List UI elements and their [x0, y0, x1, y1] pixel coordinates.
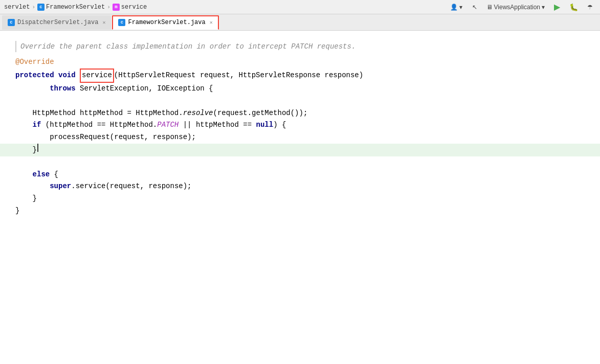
top-navigation-bar: servlet › c FrameworkServlet › m service…: [0, 0, 600, 14]
httpmethod-ref-1: HttpMethod: [110, 119, 153, 131]
debug-button[interactable]: 🐛: [566, 2, 581, 12]
app-selector[interactable]: 🖥 ViewsApplication ▾: [483, 3, 548, 12]
tab-label-framework: FrameworkServlet.java: [128, 19, 205, 26]
httpmethod-line: HttpMethod httpMethod = HttpMethod . res…: [15, 107, 585, 120]
super-service-method: service: [76, 180, 106, 193]
app-icon: 🖥: [486, 4, 493, 11]
app-name: ViewsApplication: [494, 4, 541, 11]
close-method-line: }: [15, 205, 585, 217]
back-button[interactable]: ↖: [469, 3, 480, 12]
process-request-line: processRequest(request, response);: [15, 131, 585, 144]
keyword-if: if: [33, 119, 41, 131]
blank-line-1: [15, 95, 585, 107]
keyword-else: else: [33, 169, 50, 181]
breadcrumb-service-label: service: [121, 4, 147, 11]
run-button[interactable]: ▶: [551, 1, 563, 13]
tab-close-framework[interactable]: ✕: [210, 19, 213, 26]
type-httpservletrequest: HttpServletRequest: [118, 70, 195, 82]
override-annotation: @Override: [15, 56, 54, 69]
comment-line: Override the parent class implementation…: [15, 41, 585, 52]
tab-close-dispatcher[interactable]: ✕: [102, 19, 105, 26]
type-httpservletresponse: HttpServletResponse: [239, 70, 321, 82]
blank-line-2: [15, 156, 585, 169]
throws-line: throws ServletException, IOException {: [15, 83, 585, 95]
breadcrumb-servlet[interactable]: servlet: [4, 4, 30, 11]
method-signature-line: protected void service ( HttpServletRequ…: [15, 69, 585, 83]
code-content: Override the parent class implementation…: [0, 31, 600, 228]
nav-actions: 👤 ▾ ↖ 🖥 ViewsApplication ▾ ▶ 🐛 ☂: [447, 1, 596, 13]
tab-dispatcherservlet[interactable]: c DispatcherServlet.java ✕: [2, 15, 111, 30]
coverage-button[interactable]: ☂: [584, 3, 596, 12]
breadcrumb-sep-2: ›: [107, 4, 110, 10]
if-line: if (httpMethod == HttpMethod . PATCH || …: [15, 119, 585, 131]
resolve-method: resolve: [183, 107, 213, 120]
tab-icon-framework: c: [118, 19, 125, 26]
type-httpmethod-2: HttpMethod: [136, 107, 179, 120]
breadcrumb: servlet › c FrameworkServlet › m service: [4, 4, 447, 11]
class-icon-c: c: [37, 4, 45, 11]
breadcrumb-sep-1: ›: [32, 4, 35, 10]
close-else-line: }: [15, 193, 585, 205]
keyword-void: void: [58, 70, 76, 82]
keyword-protected: protected: [15, 70, 54, 82]
tab-icon-dispatcher: c: [8, 19, 15, 26]
keyword-super: super: [50, 180, 71, 193]
else-line: else {: [15, 169, 585, 181]
breadcrumb-frameworkservlet-label: FrameworkServlet: [46, 4, 105, 11]
debug-icon: 🐛: [569, 3, 578, 11]
run-icon: ▶: [554, 2, 560, 12]
annotation-line: @Override: [15, 56, 585, 69]
editor-area: Override the parent class implementation…: [0, 31, 600, 364]
keyword-throws: throws: [50, 83, 75, 95]
breadcrumb-service[interactable]: m service: [113, 4, 147, 11]
back-icon: ↖: [472, 4, 477, 11]
cursor: [37, 144, 38, 152]
profile-button[interactable]: 👤 ▾: [447, 3, 465, 12]
comment-text: Override the parent class implementation…: [20, 42, 355, 51]
breadcrumb-frameworkservlet[interactable]: c FrameworkServlet: [37, 4, 105, 11]
dropdown-icon: ▾: [542, 4, 545, 11]
close-if-line-highlighted: }: [0, 144, 600, 156]
service-method-highlighted: service: [80, 69, 114, 83]
tab-bar: c DispatcherServlet.java ✕ c FrameworkSe…: [0, 14, 600, 31]
keyword-null: null: [256, 119, 274, 131]
patch-constant: PATCH: [157, 119, 179, 131]
type-httpmethod-1: HttpMethod: [33, 107, 76, 120]
coverage-icon: ☂: [587, 4, 593, 11]
tab-frameworkservlet[interactable]: c FrameworkServlet.java ✕: [112, 15, 218, 30]
tab-label-dispatcher: DispatcherServlet.java: [17, 19, 98, 26]
method-icon-m: m: [113, 4, 120, 11]
super-service-line: super . service (request, response);: [15, 180, 585, 193]
profile-icon: 👤 ▾: [450, 4, 462, 11]
breadcrumb-servlet-label: servlet: [4, 4, 30, 11]
